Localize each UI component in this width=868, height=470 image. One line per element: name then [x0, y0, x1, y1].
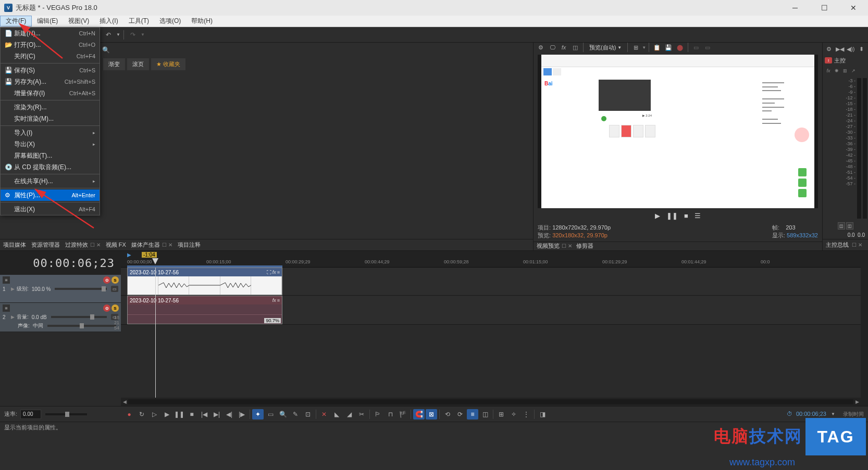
track-solo-icon[interactable]: S — [111, 304, 119, 312]
close-icon[interactable]: ☐ ✕ — [852, 242, 862, 248]
loop-button[interactable]: ↻ — [136, 409, 147, 420]
preview-menu-button[interactable]: ☰ — [695, 212, 701, 220]
track-solo-icon[interactable]: S — [111, 276, 119, 284]
master-link-icon[interactable]: ⊞ — [841, 67, 849, 74]
track-view-icon[interactable]: ▭ — [111, 286, 118, 292]
stop-button[interactable]: ■ — [186, 409, 197, 420]
level-slider[interactable] — [55, 288, 107, 290]
delete-button[interactable]: ✕ — [318, 409, 330, 420]
menu-item-cde[interactable]: 💿从 CD 提取音频(E)... — [1, 161, 100, 173]
loop-start-icon[interactable]: ▶ — [127, 252, 131, 258]
minimize-button[interactable]: ─ — [785, 3, 805, 13]
prev-frame-button[interactable]: ◀| — [224, 409, 235, 420]
close-icon[interactable]: ☐ ✕ — [90, 242, 101, 248]
more-button[interactable]: ⋮ — [520, 409, 532, 420]
menu-item-m[interactable]: 实时渲染(M)... — [1, 113, 100, 124]
close-button[interactable]: ✕ — [843, 3, 864, 13]
scroll-left-icon[interactable]: ◀ — [121, 398, 128, 405]
extra-button[interactable]: ◨ — [537, 409, 548, 420]
playhead-marker[interactable] — [152, 258, 158, 264]
preview-layout1-icon[interactable]: ▭ — [691, 43, 701, 52]
volume-slider[interactable] — [51, 316, 107, 318]
menu-tools[interactable]: 工具(T) — [123, 16, 154, 27]
marker-button[interactable]: 🏳 — [372, 409, 383, 420]
tab-explorer[interactable]: 资源管理器 — [31, 241, 60, 249]
undo-dropdown[interactable]: ▼ — [116, 29, 121, 41]
menu-edit[interactable]: 编辑(E) — [32, 16, 63, 27]
tab-video-preview[interactable]: 视频预览 ☐ ✕ — [537, 242, 572, 250]
tab-trimmer[interactable]: 修剪器 — [576, 242, 593, 250]
redo-button[interactable]: ↷ — [127, 29, 139, 41]
preview-pause-button[interactable]: ❚❚ — [666, 212, 678, 220]
zoom-button[interactable]: 🔍 — [277, 409, 289, 420]
clip-menu-icon[interactable]: ≡ — [277, 270, 280, 275]
menu-item-c[interactable]: 关闭(C)Ctrl+F4 — [1, 50, 100, 62]
master-mute-icon[interactable]: ◀)) — [847, 44, 855, 54]
tab-project-notes[interactable]: 项目注释 — [178, 241, 201, 249]
menu-item-o[interactable]: 📂打开(O)...Ctrl+O — [1, 39, 100, 50]
maximize-button[interactable]: ☐ — [814, 3, 835, 13]
redo-dropdown[interactable]: ▼ — [140, 29, 145, 41]
video-track-header[interactable]: ⊙ S ≡ 1 ▶ 级别: 100.0 % ▭ — [0, 275, 121, 303]
master-ch1[interactable]: ◫ — [838, 222, 845, 230]
undo-button[interactable]: ↶ — [102, 29, 115, 41]
menu-options[interactable]: 选项(O) — [154, 16, 186, 27]
master-prev-icon[interactable]: ▶◀ — [836, 44, 845, 54]
ignore-grouping-button[interactable]: ◫ — [479, 409, 491, 420]
clip-crop-icon[interactable]: ⛶ — [267, 270, 271, 275]
preview-layout2-icon[interactable]: ▭ — [702, 43, 713, 52]
rate-input[interactable] — [20, 410, 41, 419]
play-button[interactable]: ▶ — [161, 409, 172, 420]
preview-settings-icon[interactable]: ⚙ — [536, 43, 546, 52]
go-end-button[interactable]: ▶| — [211, 409, 222, 420]
menu-item-n[interactable]: 📄新建(N)...Ctrl+N — [1, 28, 100, 39]
master-send-icon[interactable]: ↗ — [850, 67, 857, 74]
rate-slider[interactable] — [45, 413, 87, 415]
menu-insert[interactable]: 插入(I) — [94, 16, 123, 27]
clip-menu-icon[interactable]: ≡ — [277, 298, 280, 303]
menu-item-h[interactable]: 在线共享(H)...▸ — [1, 175, 100, 187]
master-bottom-tab[interactable]: 主控总线 ☐ ✕ — [823, 239, 868, 250]
play-start-button[interactable]: ▷ — [148, 409, 160, 420]
close-icon[interactable]: ☐ ✕ — [562, 243, 572, 249]
ruler-markers[interactable]: ▶ -1:04 — [121, 251, 861, 258]
scrub-button[interactable]: ⊡ — [302, 409, 314, 420]
preview-save-icon[interactable]: 💾 — [663, 43, 674, 52]
tab-gradient[interactable]: 渐变 — [103, 58, 125, 70]
preview-external-icon[interactable]: 🖵 — [547, 43, 557, 52]
video-track-lane[interactable]: 2023-02-10 10-27-56 ⛶ fx ≡ — [121, 268, 861, 296]
audio-track-lane[interactable]: 2023-02-10 10-27-56 fx ≡ 90.7% — [121, 296, 861, 325]
timeline-vscroll[interactable] — [861, 251, 868, 406]
playhead-line[interactable] — [155, 268, 156, 398]
menu-view[interactable]: 视图(V) — [63, 16, 94, 27]
preview-rec-icon[interactable]: ⬤ — [675, 43, 685, 52]
tracks-area[interactable]: 2023-02-10 10-27-56 ⛶ fx ≡ — [121, 268, 861, 398]
quantize-button[interactable]: ⊠ — [426, 409, 437, 420]
ungroup-button[interactable]: ✧ — [508, 409, 519, 420]
tab-video-fx[interactable]: 视频 FX — [106, 241, 126, 249]
master-gear-icon[interactable]: ✺ — [833, 67, 840, 74]
menu-file[interactable]: 文件(F) — [0, 16, 32, 27]
lock-button[interactable]: ≡ — [467, 409, 478, 420]
normal-edit-button[interactable]: ✦ — [252, 409, 264, 420]
timeline-scrollbar[interactable]: ◀ ▶ — [121, 398, 861, 406]
tab-transitions[interactable]: 过渡特效 ☐ ✕ — [65, 241, 101, 249]
preview-grid-icon[interactable]: ⊞ — [630, 43, 641, 52]
menu-item-i[interactable]: 导入(I)▸ — [1, 127, 100, 138]
track-expand-button[interactable]: ≡ — [3, 276, 10, 284]
close-icon[interactable]: ☐ ✕ — [162, 242, 172, 248]
menu-item-i[interactable]: 增量保存(I)Ctrl+Alt+S — [1, 87, 100, 99]
pan-slider[interactable] — [47, 325, 116, 327]
preview-quality-dropdown[interactable]: 预览(自动) ▼ — [586, 43, 625, 52]
tab-favorites[interactable]: ★收藏夹 — [151, 58, 185, 70]
snap-button[interactable]: 🧲 — [413, 409, 425, 420]
video-clip[interactable]: 2023-02-10 10-27-56 ⛶ fx ≡ — [127, 268, 282, 295]
clip-fx-icon[interactable]: fx — [272, 298, 276, 303]
master-ch2[interactable]: ◫ — [846, 222, 853, 230]
split-button[interactable]: ✂ — [356, 409, 367, 420]
menu-item-x[interactable]: 导出(X)▸ — [1, 138, 100, 150]
envelope-button[interactable]: ✎ — [290, 409, 301, 420]
track-expand-button[interactable]: ≡ — [3, 304, 10, 312]
tab-page-roll[interactable]: 滚页 — [127, 58, 149, 70]
audio-track-header[interactable]: ⊙ S ≡ 2 ▶ 音量: 0.0 dB ▭ 声像: 中间 — [0, 303, 121, 332]
